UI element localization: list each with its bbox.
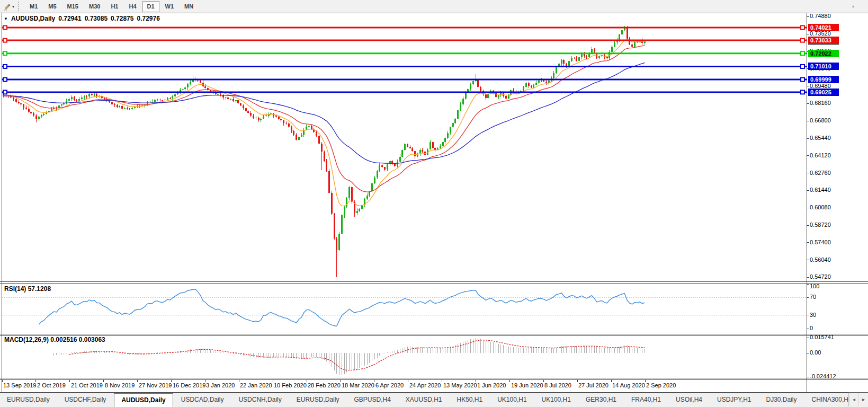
hline-price-badge[interactable]: 0.73033 — [808, 37, 839, 44]
timeframe-button-D1[interactable]: D1 — [142, 1, 159, 12]
chart-tab-UK100-H1[interactable]: UK100,H1 — [490, 393, 533, 407]
chart-window: ▼ AUDUSD,Daily 0.72941 0.73085 0.72875 0… — [0, 13, 868, 393]
chart-tab-USDCNH-Daily[interactable]: USDCNH,Daily — [231, 393, 288, 407]
low-value: 0.72875 — [111, 15, 133, 22]
date-axis-label: 6 Apr 2020 — [375, 382, 404, 388]
macd-histogram — [54, 338, 645, 375]
timeframe-buttons: M1M5M15M30H1H4D1W1MN — [24, 1, 199, 12]
chart-tab-EURUSD-Daily[interactable]: EURUSD,Daily — [0, 393, 57, 407]
close-value: 0.72976 — [137, 15, 159, 22]
chart-tab-bar: EURUSD,DailyUSDCHF,DailyAUDUSD,DailyUSDC… — [0, 393, 868, 407]
date-axis-label: 24 Apr 2020 — [409, 382, 441, 388]
rsi-line — [39, 289, 645, 326]
date-axis-label: 13 Sep 2019 — [3, 382, 36, 388]
price-axis-label: 0.57400 — [810, 239, 831, 246]
high-value: 0.73085 — [85, 15, 108, 22]
timeframe-button-M1[interactable]: M1 — [25, 1, 42, 12]
price-axis-label: 0.68160 — [810, 100, 831, 107]
price-axis-label: 0.61440 — [810, 187, 831, 193]
price-axis-label: 0.56040 — [810, 256, 831, 263]
hline-price-badge[interactable]: 0.74021 — [808, 24, 839, 31]
timeframe-toolbar: ▾ M1M5M15M30H1H4D1W1MN ▴ — [0, 0, 868, 13]
chart-tab-HK50-H1[interactable]: HK50,H1 — [450, 393, 490, 407]
chart-canvas[interactable] — [0, 13, 868, 393]
date-axis-label: 27 Nov 2019 — [139, 382, 172, 388]
date-axis-label: 16 Dec 2019 — [173, 382, 205, 388]
trading-terminal: ▾ M1M5M15M30H1H4D1W1MN ▴ ▼ AUDUSD,Daily … — [0, 0, 868, 407]
pencil-icon[interactable] — [2, 2, 12, 11]
chart-tab-USDCAD-Daily[interactable]: USDCAD,Daily — [174, 393, 231, 407]
fast-ma-line — [4, 40, 645, 206]
date-axis-label: 8 Jul 2020 — [544, 382, 571, 388]
chart-tab-UK100-H1[interactable]: UK100,H1 — [535, 393, 578, 407]
chart-tab-USDJPY-H1[interactable]: USDJPY,H1 — [710, 393, 758, 407]
timeframe-button-M5[interactable]: M5 — [43, 1, 61, 12]
macd-axis-label: 0.00 — [810, 349, 821, 356]
rsi-axis-label: 30 — [810, 312, 816, 318]
tab-scroll-right-icon[interactable]: ▸ — [858, 393, 868, 406]
rsi-indicator-label: RSI(14) 57.1208 — [4, 285, 51, 293]
ohlc-info-line[interactable]: ▼ AUDUSD,Daily 0.72941 0.73085 0.72875 0… — [4, 15, 160, 22]
timeframe-button-W1[interactable]: W1 — [160, 1, 179, 12]
tab-scroll-buttons: ◂ ▸ — [848, 393, 868, 406]
chart-tab-GBPUSD-H4[interactable]: GBPUSD,H4 — [347, 393, 397, 407]
macd-axis-label: 0.015741 — [810, 334, 834, 341]
price-axis-label: 0.60080 — [810, 204, 831, 211]
date-axis-label: 8 Nov 2019 — [105, 382, 135, 388]
date-axis-label: 28 Feb 2020 — [308, 382, 341, 388]
horizontal-line-0.71010[interactable] — [2, 65, 807, 68]
timeframe-button-M15[interactable]: M15 — [62, 1, 83, 12]
horizontal-line-0.69999[interactable] — [2, 78, 807, 82]
chart-tab-FRA40-H1[interactable]: FRA40,H1 — [624, 393, 668, 407]
chart-tab-USDCHF-Daily[interactable]: USDCHF,Daily — [58, 393, 113, 407]
horizontal-line-0.74021[interactable] — [2, 25, 807, 29]
chevron-down-icon[interactable]: ▾ — [12, 4, 14, 9]
timeframe-button-MN[interactable]: MN — [180, 1, 198, 12]
date-axis-label: 1 Jun 2020 — [477, 382, 506, 388]
macd-axis-label: -0.024412 — [810, 373, 836, 380]
tab-scroll-left-icon[interactable]: ◂ — [849, 393, 858, 406]
timeframe-button-H1[interactable]: H1 — [106, 1, 123, 12]
open-value: 0.72941 — [58, 15, 81, 22]
chart-tab-EURUSD-Daily[interactable]: EURUSD,Daily — [290, 393, 346, 407]
price-axis-label: 0.74880 — [810, 13, 831, 20]
timeframe-button-H4[interactable]: H4 — [124, 1, 141, 12]
slow-ma-line — [4, 63, 645, 163]
toolbar-grip[interactable] — [18, 2, 21, 11]
price-axis-label: 0.62760 — [810, 170, 831, 176]
timeframe-button-M30[interactable]: M30 — [84, 1, 105, 12]
date-axis-label: 14 Aug 2020 — [612, 382, 645, 388]
chart-tab-AUDUSD-Daily[interactable]: AUDUSD,Daily — [114, 393, 173, 407]
price-axis-label: 0.54720 — [810, 273, 831, 280]
hline-price-badge[interactable]: 0.72022 — [808, 50, 839, 57]
hline-price-badge[interactable]: 0.71010 — [808, 63, 839, 70]
chart-tab-DJ30-Daily[interactable]: DJ30,Daily — [759, 393, 804, 407]
date-axis-label: 3 Jan 2020 — [206, 382, 235, 388]
chart-tab-USOil-H4[interactable]: USOil,H4 — [669, 393, 709, 407]
date-axis-label: 27 Jul 2020 — [578, 382, 609, 388]
rsi-axis-label: 100 — [810, 283, 819, 290]
rsi-axis-label: 70 — [810, 294, 816, 300]
chart-tab-XAUUSD-H1[interactable]: XAUUSD,H1 — [399, 393, 449, 407]
hline-price-badge[interactable]: 0.69999 — [808, 76, 839, 83]
macd-indicator-label: MACD(12,26,9) 0.002516 0.003063 — [4, 336, 105, 343]
horizontal-line-0.72022[interactable] — [2, 51, 807, 55]
price-axis-label: 0.64120 — [810, 152, 831, 159]
date-axis-label: 21 Oct 2019 — [71, 382, 103, 388]
horizontal-line-0.69025[interactable] — [2, 90, 807, 94]
horizontal-line-0.73033[interactable] — [2, 39, 807, 42]
date-axis-label: 22 Jan 2020 — [240, 382, 272, 388]
date-axis-label: 10 Feb 2020 — [274, 382, 307, 388]
date-axis-label: 19 Jun 2020 — [511, 382, 543, 388]
toolbar-overflow-icon[interactable]: ▴ — [852, 4, 854, 8]
collapse-triangle-icon[interactable]: ▼ — [4, 16, 8, 21]
mid-ma-line — [4, 46, 645, 192]
date-axis-label: 2 Oct 2019 — [37, 382, 66, 388]
date-axis-label: 13 May 2020 — [443, 382, 477, 388]
rsi-axis-label: 0 — [810, 325, 813, 332]
price-axis-label: 0.66800 — [810, 117, 831, 124]
chart-tab-GER30-H1[interactable]: GER30,H1 — [579, 393, 623, 407]
date-axis-label: 18 Mar 2020 — [342, 382, 374, 388]
price-axis-label: 0.58720 — [810, 222, 831, 228]
hline-price-badge[interactable]: 0.69025 — [808, 89, 839, 96]
